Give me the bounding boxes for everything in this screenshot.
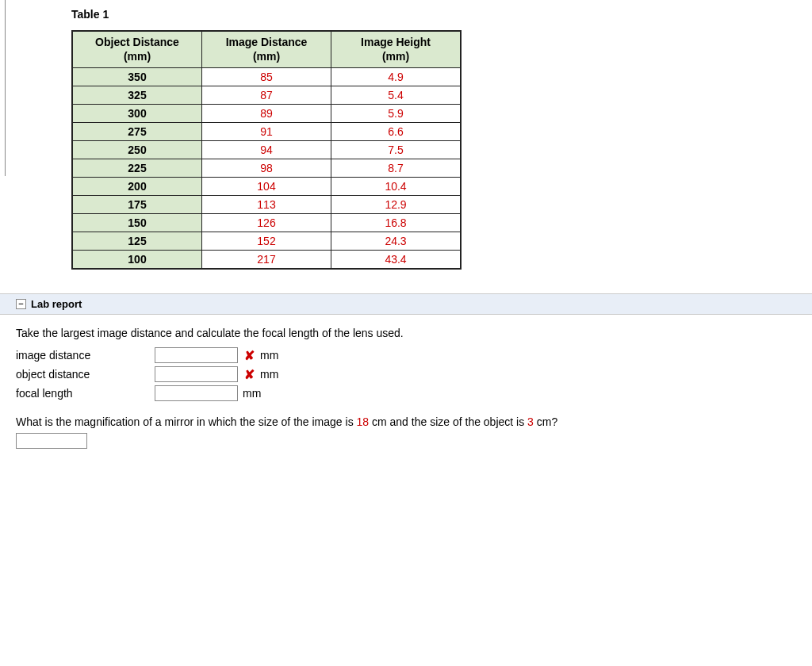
table-row: 225988.7: [72, 159, 461, 178]
cell-image-height: 24.3: [331, 232, 462, 251]
label-image-distance: image distance: [16, 349, 155, 362]
cell-image-distance: 94: [202, 141, 331, 159]
wrong-icon: ✘: [243, 367, 255, 382]
table-title: Table 1: [71, 8, 812, 21]
unit-focal-length: mm: [243, 387, 261, 400]
cell-object-distance: 350: [72, 68, 202, 86]
table-row: 15012616.8: [72, 214, 461, 232]
cell-image-distance: 87: [202, 86, 331, 105]
col-header-height-line1: Image Height: [361, 36, 431, 48]
cell-image-distance: 152: [202, 232, 331, 251]
field-row-object-distance: object distance ✘ mm: [16, 366, 804, 382]
col-header-height-line2: (mm): [382, 50, 409, 63]
unit-image-distance: mm: [260, 349, 278, 362]
table-row: 350854.9: [72, 68, 461, 86]
unit-object-distance: mm: [260, 368, 278, 381]
label-focal-length: focal length: [16, 387, 155, 400]
col-header-image-line1: Image Distance: [226, 36, 308, 48]
input-image-distance[interactable]: [155, 347, 238, 363]
cell-object-distance: 300: [72, 105, 202, 123]
q2-v1: 18: [357, 415, 370, 428]
cell-image-height: 16.8: [331, 214, 462, 232]
cell-object-distance: 125: [72, 232, 202, 251]
field-row-focal-length: focal length mm: [16, 385, 804, 401]
input-object-distance[interactable]: [155, 366, 238, 382]
cell-image-distance: 126: [202, 214, 331, 232]
wrong-icon: ✘: [243, 348, 255, 363]
cell-image-distance: 113: [202, 196, 331, 214]
cell-image-height: 5.4: [331, 86, 462, 105]
cell-image-height: 4.9: [331, 68, 462, 86]
table-row: 300895.9: [72, 105, 461, 123]
cell-image-distance: 89: [202, 105, 331, 123]
q2-v2: 3: [527, 415, 534, 428]
input-focal-length[interactable]: [155, 385, 238, 401]
data-table: Object Distance (mm) Image Distance (mm)…: [71, 30, 462, 270]
cell-image-height: 6.6: [331, 123, 462, 141]
cell-object-distance: 100: [72, 251, 202, 270]
table-row: 250947.5: [72, 141, 461, 159]
input-magnification[interactable]: [16, 433, 87, 449]
table-row: 325875.4: [72, 86, 461, 105]
col-header-height: Image Height (mm): [331, 31, 462, 68]
cell-image-height: 43.4: [331, 251, 462, 270]
cell-object-distance: 325: [72, 86, 202, 105]
table-row: 10021743.4: [72, 251, 461, 270]
col-header-object-line2: (mm): [124, 50, 151, 63]
section-title: Lab report: [31, 298, 82, 310]
table-row: 20010410.4: [72, 178, 461, 196]
cell-object-distance: 175: [72, 196, 202, 214]
cell-image-distance: 217: [202, 251, 331, 270]
cell-image-height: 10.4: [331, 178, 462, 196]
col-header-image: Image Distance (mm): [202, 31, 331, 68]
q2-post: cm?: [534, 415, 557, 428]
field-row-image-distance: image distance ✘ mm: [16, 347, 804, 363]
col-header-image-line2: (mm): [253, 50, 280, 63]
table-row: 12515224.3: [72, 232, 461, 251]
table-row: 17511312.9: [72, 196, 461, 214]
cell-object-distance: 150: [72, 214, 202, 232]
section-bar[interactable]: − Lab report: [0, 293, 812, 315]
cell-image-height: 5.9: [331, 105, 462, 123]
cell-object-distance: 275: [72, 123, 202, 141]
cell-object-distance: 250: [72, 141, 202, 159]
col-header-object: Object Distance (mm): [72, 31, 202, 68]
q2-pre: What is the magnification of a mirror in…: [16, 415, 357, 428]
cell-image-distance: 85: [202, 68, 331, 86]
left-rule: [5, 0, 6, 176]
cell-image-height: 12.9: [331, 196, 462, 214]
cell-image-height: 7.5: [331, 141, 462, 159]
cell-image-distance: 98: [202, 159, 331, 178]
collapse-icon[interactable]: −: [16, 299, 26, 309]
q2-mid: cm and the size of the object is: [369, 415, 527, 428]
cell-image-height: 8.7: [331, 159, 462, 178]
cell-object-distance: 200: [72, 178, 202, 196]
q2-text: What is the magnification of a mirror in…: [16, 415, 804, 428]
cell-image-distance: 104: [202, 178, 331, 196]
col-header-object-line1: Object Distance: [95, 36, 179, 48]
lab-instruction: Take the largest image distance and calc…: [16, 327, 804, 339]
cell-object-distance: 225: [72, 159, 202, 178]
cell-image-distance: 91: [202, 123, 331, 141]
label-object-distance: object distance: [16, 368, 155, 381]
table-row: 275916.6: [72, 123, 461, 141]
